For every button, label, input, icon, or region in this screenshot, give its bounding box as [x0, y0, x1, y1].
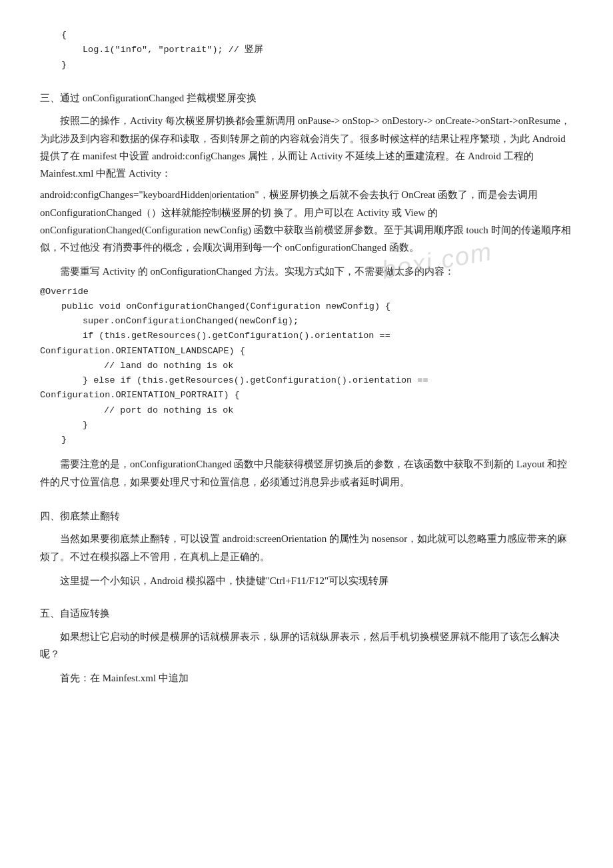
code-line-log: Log.i("info", "portrait"); // 竖屏: [40, 43, 573, 57]
code-block-top: { Log.i("info", "portrait"); // 竖屏 }: [40, 28, 573, 73]
code-super: super.onConfigurationChanged(newConfig);: [40, 314, 573, 329]
page-content: { Log.i("info", "portrait"); // 竖屏 } 三、通…: [40, 28, 573, 687]
code-outer-close: }: [40, 433, 573, 447]
section3-para2: 需要重写 Activity 的 onConfigurationChanged 方…: [40, 263, 573, 280]
code-method-sig: public void onConfigurationChanged(Confi…: [40, 299, 573, 314]
code-port-comment: // port do nothing is ok: [40, 403, 573, 418]
section4-heading: 四、彻底禁止翻转: [40, 508, 573, 525]
code-inner-close: }: [40, 418, 573, 433]
section4-tip: 这里提一个小知识，Android 模拟器中，快捷键"Ctrl+F11/F12"可…: [40, 572, 573, 589]
code-else-portrait: } else if (this.getResources().getConfig…: [40, 373, 573, 388]
code-line-open-brace: {: [40, 28, 573, 43]
section5-para1: 如果想让它启动的时候是横屏的话就横屏表示，纵屏的话就纵屏表示，然后手机切换横竖屏…: [40, 628, 573, 663]
section3-heading: 三、通过 onConfigurationChanged 拦截横竖屏变换: [40, 90, 573, 107]
code-block-override: @Override public void onConfigurationCha…: [40, 285, 573, 448]
section3-inline-code: android:configChanges="keyboardHidden|or…: [40, 186, 573, 256]
section5-heading: 五、自适应转换: [40, 605, 573, 623]
code-override: @Override: [40, 285, 573, 299]
code-landscape-const: Configuration.ORIENTATION_LANDSCAPE) {: [40, 344, 573, 359]
code-if-landscape: if (this.getResources().getConfiguration…: [40, 329, 573, 343]
section3-para3: 需要注意的是，onConfigurationChanged 函数中只能获得横竖屏…: [40, 455, 573, 491]
code-land-comment: // land do nothing is ok: [40, 359, 573, 373]
section3-para1: 按照二的操作，Activity 每次横竖屏切换都会重新调用 onPause-> …: [40, 112, 573, 182]
code-line-close-brace: }: [40, 58, 573, 73]
section5-para2: 首先：在 Mainfest.xml 中追加: [40, 669, 573, 687]
section4-para1: 当然如果要彻底禁止翻转，可以设置 android:screenOrientati…: [40, 530, 573, 565]
code-portrait-const: Configuration.ORIENTATION_PORTRAIT) {: [40, 388, 573, 403]
